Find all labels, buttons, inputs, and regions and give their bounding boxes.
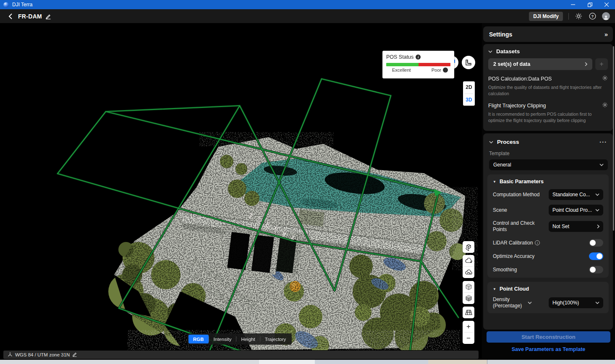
svg-text:?: ? bbox=[591, 14, 594, 18]
trajectory-clipping-desc: It is recommended to perform POS calcula… bbox=[488, 111, 606, 124]
pos-calculation-title: POS Calculation:Data POS bbox=[488, 76, 552, 82]
process-card: Process ··· Template General ▼ Basic Par… bbox=[483, 133, 613, 330]
edit-project-name-icon[interactable] bbox=[45, 13, 51, 19]
help-icon[interactable]: ? bbox=[588, 12, 597, 21]
cube-dark-icon[interactable] bbox=[463, 293, 474, 304]
density-label: Density (Percentage) bbox=[493, 296, 522, 309]
basic-parameters-card: ▼ Basic Parameters Computation Method St… bbox=[487, 174, 609, 278]
density-chevron-icon bbox=[595, 302, 599, 304]
panel-scrollbar[interactable] bbox=[613, 46, 614, 231]
orbit-cube-icon[interactable] bbox=[463, 241, 474, 253]
template-dropdown[interactable]: General bbox=[489, 159, 608, 170]
zoom-out-button[interactable]: − bbox=[463, 333, 474, 344]
cube-light-icon[interactable] bbox=[463, 281, 474, 292]
control-points-chevron-icon bbox=[597, 224, 599, 229]
datasets-collapse-icon[interactable] bbox=[488, 50, 492, 53]
density-collapse-icon[interactable] bbox=[528, 302, 532, 304]
dji-terra-logo-icon bbox=[3, 2, 9, 8]
tab-intensity[interactable]: Intensity bbox=[209, 335, 236, 343]
settings-panel: Settings » Datasets 2 set(s) of data + P… bbox=[482, 23, 615, 359]
pos-calculation-gear-icon[interactable] bbox=[602, 75, 608, 83]
scene-dropdown[interactable]: Point Cloud Pro... bbox=[549, 205, 603, 216]
zoom-in-button[interactable]: + bbox=[463, 321, 474, 332]
back-button[interactable] bbox=[6, 12, 14, 21]
smoothing-toggle[interactable] bbox=[589, 266, 603, 273]
pos-quality-gradient-bar bbox=[386, 63, 450, 66]
window-titlebar: DJI Terra bbox=[0, 0, 615, 9]
lod-grid-tool[interactable] bbox=[463, 307, 474, 318]
dji-modify-button[interactable]: DJI Modify bbox=[529, 12, 563, 21]
add-dataset-button[interactable]: + bbox=[595, 58, 608, 70]
windows-taskbar[interactable] bbox=[0, 360, 615, 364]
restore-button[interactable] bbox=[581, 0, 598, 9]
view-3d-button[interactable]: 3D bbox=[463, 94, 475, 106]
view-2d-button[interactable]: 2D bbox=[463, 81, 475, 94]
grid-icon[interactable] bbox=[463, 307, 474, 318]
lidar-calibration-label: LiDAR Calibration i bbox=[493, 240, 540, 246]
view-dimension-toggle: 2D 3D bbox=[463, 81, 475, 106]
pos-label-excellent: Excellent bbox=[392, 68, 411, 73]
pos-status-title: POS Status bbox=[386, 54, 413, 60]
pos-status-card: POS Status i Excellent Poori bbox=[382, 51, 454, 78]
minimize-button[interactable] bbox=[565, 0, 581, 9]
dataset-count-button[interactable]: 2 set(s) of data bbox=[488, 58, 592, 70]
poor-info-icon[interactable]: i bbox=[443, 68, 448, 73]
lidar-info-icon[interactable]: i bbox=[535, 240, 540, 245]
basic-parameters-title: Basic Parameters bbox=[500, 179, 544, 185]
start-reconstruction-button[interactable]: Start Reconstruction bbox=[487, 331, 610, 343]
smoothing-label: Smoothing bbox=[493, 267, 517, 273]
scene-label: Scene bbox=[493, 207, 507, 213]
point-cloud-tools bbox=[463, 255, 474, 278]
computation-method-label: Computation Method bbox=[493, 192, 539, 198]
optimize-accuracy-toggle[interactable] bbox=[589, 252, 603, 260]
settings-header-card: Settings » bbox=[483, 26, 613, 42]
app-toolbar: FR-DAM DJI Modify ? bbox=[0, 9, 615, 23]
save-parameters-link[interactable]: Save Parameters as Template bbox=[482, 346, 615, 352]
tab-rgb[interactable]: RGB bbox=[188, 335, 209, 343]
orbit-tool[interactable] bbox=[463, 241, 474, 253]
density-dropdown[interactable]: High(100%) bbox=[549, 297, 603, 308]
scene-chevron-icon bbox=[595, 209, 599, 211]
optimize-accuracy-label: Optimize Accuracy bbox=[493, 253, 534, 260]
settings-gear-icon[interactable] bbox=[574, 12, 583, 21]
project-name: FR-DAM bbox=[18, 13, 42, 20]
dataset-chevron-icon bbox=[585, 62, 587, 66]
dji-terra-window: DJI Terra FR-DAM DJI Modify bbox=[0, 0, 615, 364]
pos-label-poor: Poor bbox=[432, 68, 441, 73]
user-avatar[interactable] bbox=[602, 12, 610, 20]
window-title: DJI Terra bbox=[12, 2, 32, 8]
point-cloud-card: ▼ Point Cloud Density (Percentage) High(… bbox=[487, 282, 609, 313]
basic-parameters-collapse-icon[interactable]: ▼ bbox=[493, 180, 496, 184]
computation-chevron-icon bbox=[595, 193, 599, 196]
pos-calculation-item: POS Calculation:Data POS Optimize the qu… bbox=[488, 75, 608, 97]
process-more-icon[interactable]: ··· bbox=[599, 138, 607, 146]
point-cloud-icon[interactable] bbox=[463, 267, 474, 278]
mesh-tools bbox=[463, 281, 474, 304]
measure-button[interactable] bbox=[462, 56, 475, 69]
point-cloud-title: Point Cloud bbox=[500, 286, 529, 292]
close-button[interactable] bbox=[598, 0, 615, 9]
zoom-tools: + − bbox=[463, 321, 474, 344]
point-cloud-collapse-icon[interactable]: ▼ bbox=[493, 287, 496, 291]
display-mode-tabbar: RGB Intensity Height Trajectory bbox=[187, 333, 292, 345]
lidar-calibration-toggle[interactable] bbox=[589, 239, 603, 247]
tab-height[interactable]: Height bbox=[236, 335, 259, 343]
process-section-title: Process bbox=[497, 139, 519, 145]
viewport-3d[interactable]: POS Status i Excellent Poori 2D 3D bbox=[0, 23, 482, 350]
computation-method-dropdown[interactable]: Standalone Co... bbox=[549, 189, 603, 200]
tab-trajectory[interactable]: Trajectory bbox=[260, 335, 291, 343]
coordinate-system-label: WGS 84 / UTM zone 31N bbox=[15, 352, 70, 357]
process-collapse-icon[interactable] bbox=[489, 141, 493, 143]
pos-calculation-desc: Optimize the quality of datasets and fli… bbox=[488, 84, 606, 97]
template-label: Template bbox=[487, 151, 609, 156]
collapse-panel-icon[interactable]: » bbox=[605, 31, 607, 38]
trajectory-clipping-item: Flight Trajectory Clipping It is recomme… bbox=[488, 102, 608, 124]
trajectory-clipping-gear-icon[interactable] bbox=[602, 102, 608, 109]
pos-status-info-icon[interactable]: i bbox=[416, 55, 421, 60]
control-points-button[interactable]: Not Set bbox=[549, 221, 603, 232]
add-point-cloud-icon[interactable] bbox=[463, 255, 474, 266]
datasets-section-title: Datasets bbox=[496, 48, 520, 55]
edit-coordinate-icon[interactable] bbox=[72, 351, 77, 359]
template-chevron-icon bbox=[599, 164, 604, 166]
axes-icon bbox=[8, 351, 13, 359]
